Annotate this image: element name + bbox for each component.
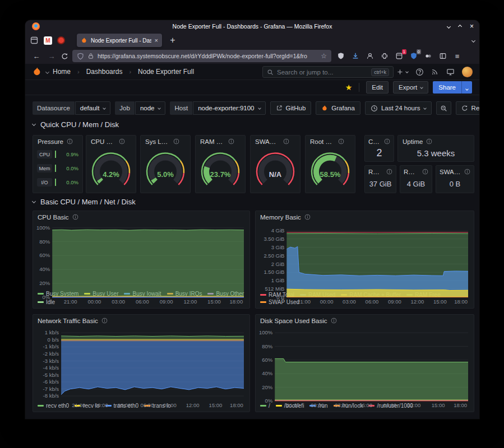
panel-rootfs-total: RootFS Total 37 GiB (364, 165, 396, 193)
info-icon[interactable] (228, 138, 234, 144)
pinned-tab-gmail-icon[interactable]: M (44, 36, 52, 45)
svg-text:15:00: 15:00 (433, 298, 447, 305)
info-icon[interactable] (422, 169, 428, 175)
svg-text:-5 kb/s: -5 kb/s (43, 372, 59, 378)
svg-text:58.5%: 58.5% (320, 170, 341, 179)
tab-close-icon[interactable]: × (155, 37, 158, 44)
forward-button[interactable]: → (46, 50, 57, 62)
info-icon[interactable] (338, 138, 344, 144)
svg-text:21:00: 21:00 (286, 402, 300, 408)
containers-icon[interactable] (423, 51, 433, 62)
info-icon[interactable] (72, 214, 78, 220)
kiosk-mode-icon[interactable] (446, 68, 455, 76)
https-lock-icon[interactable] (87, 53, 94, 59)
sidebar-icon[interactable] (437, 51, 448, 62)
network-traffic-chart[interactable]: 1 kb/s0 b/s-1 kb/s-2 kb/s-3 kb/s-4 kb/s-… (35, 326, 247, 402)
info-icon[interactable] (386, 169, 392, 175)
svg-text:3 GiB: 3 GiB (271, 244, 285, 250)
breadcrumb-dashboards[interactable]: Dashboards (86, 68, 123, 76)
info-icon[interactable] (119, 138, 125, 144)
svg-text:N/A: N/A (269, 170, 282, 179)
info-icon[interactable] (173, 138, 179, 144)
job-select[interactable]: node (135, 101, 166, 115)
breadcrumb-home[interactable]: Home (53, 68, 71, 76)
downloads-icon[interactable] (350, 51, 360, 62)
zoom-out-icon (440, 105, 447, 112)
back-button[interactable]: ← (31, 50, 42, 62)
svg-text:40%: 40% (39, 266, 50, 272)
info-icon[interactable] (384, 138, 390, 144)
pressure-bar (55, 165, 59, 172)
export-button[interactable]: Export (393, 81, 428, 94)
panel-cpu-busy: CPU Busy 4.2% (86, 135, 136, 193)
url-bar[interactable]: https://grafana.systemsobscure.net/d/rYd… (72, 50, 331, 62)
menu-icon[interactable]: ≡ (452, 51, 463, 62)
info-icon[interactable] (101, 318, 108, 324)
pressure-bar (55, 179, 59, 186)
section-basic-cpu-mem-net-disk[interactable]: Basic CPU / Mem / Net / Disk (33, 198, 136, 206)
svg-text:-2 kb/s: -2 kb/s (43, 351, 59, 357)
info-icon[interactable] (304, 214, 311, 220)
active-tab[interactable]: Node Exporter Full - Dashbo × (77, 34, 162, 47)
svg-text:0 B: 0 B (276, 294, 284, 300)
search-input[interactable]: Search or jump to... ctrl+k (262, 66, 394, 78)
info-icon[interactable] (331, 318, 337, 324)
maximize-button[interactable] (458, 24, 462, 28)
grafana-logo-icon[interactable] (32, 67, 42, 77)
user-avatar[interactable] (462, 67, 473, 77)
info-icon[interactable] (426, 138, 432, 144)
favorite-star-icon[interactable]: ★ (345, 83, 353, 91)
share-button[interactable]: Share (433, 81, 472, 94)
pinned-tab-app-icon[interactable] (57, 36, 65, 44)
panel-root-fs-used: Root FS Used 58.5% (305, 135, 355, 193)
info-icon[interactable] (283, 138, 289, 144)
info-icon[interactable] (67, 138, 73, 144)
help-icon[interactable] (415, 68, 424, 76)
permissions-shield-icon[interactable] (335, 51, 346, 62)
host-select[interactable]: node-exporter:9100 (193, 101, 265, 115)
minimize-button[interactable] (447, 24, 451, 28)
time-range-picker[interactable]: Last 24 hours (365, 101, 432, 115)
panel-title: RootFS Total (368, 169, 383, 175)
panel-cpu-cores: CPU Cores 2 (364, 135, 394, 162)
svg-text:15:00: 15:00 (207, 298, 221, 305)
svg-text:09:00: 09:00 (160, 298, 173, 305)
svg-text:00:00: 00:00 (88, 298, 101, 305)
external-link-icon (276, 105, 283, 111)
info-icon[interactable] (464, 169, 470, 175)
disk-space-chart[interactable]: 0%20%40%60%80%100%21:0000:0003:0006:0009… (258, 326, 471, 402)
svg-text:21:00: 21:00 (297, 298, 311, 305)
list-tabs-icon[interactable] (471, 38, 475, 42)
svg-text:03:00: 03:00 (112, 298, 125, 305)
new-tab-button[interactable]: + (167, 35, 178, 46)
bookmark-star-icon[interactable]: ☆ (321, 52, 327, 60)
ublock-shield-icon[interactable]: 0 (408, 51, 419, 62)
account-icon[interactable] (364, 51, 375, 62)
close-window-button[interactable]: × (470, 23, 474, 30)
refresh-button[interactable]: Refresh (456, 101, 479, 115)
tracking-shield-icon[interactable] (77, 53, 84, 60)
memory-basic-chart[interactable]: 0 B512 MiB1 GiB1.50 GiB2 GiB2.50 GiB3 Gi… (258, 223, 471, 291)
news-icon[interactable] (431, 68, 439, 76)
edit-button[interactable]: Edit (366, 81, 389, 94)
section-quick-cpu-mem-disk[interactable]: Quick CPU / Mem / Disk (33, 120, 119, 129)
zoom-out-button[interactable] (436, 101, 451, 115)
cpu-basic-chart[interactable]: 0%20%40%60%80%100%21:0000:0003:0006:0009… (35, 223, 247, 290)
svg-text:06:00: 06:00 (366, 298, 379, 305)
firefox-view-icon[interactable] (30, 36, 39, 45)
panel-swap-total: SWAP Total 0 B (436, 165, 474, 193)
panel-title: RAM Used (200, 138, 225, 145)
pressure-label: CPU (37, 150, 52, 158)
stat-value: 5.3 weeks (398, 147, 474, 161)
extensions-icon[interactable] (379, 51, 390, 62)
firefox-window: Node Exporter Full - Dashboards - Grafan… (25, 20, 479, 419)
github-link-button[interactable]: GitHub (270, 101, 312, 115)
org-chevron-icon[interactable] (45, 69, 49, 73)
reload-button[interactable] (61, 53, 68, 60)
extension-badge-icon[interactable]: 1 (394, 51, 404, 62)
datasource-select[interactable]: default (75, 101, 111, 115)
svg-text:18:00: 18:00 (454, 402, 467, 408)
grafana-link-button[interactable]: Grafana (316, 101, 360, 115)
add-new-button[interactable] (396, 68, 408, 76)
panel-cpu-basic: CPU Basic 0%20%40%60%80%100%21:0000:0003… (33, 211, 250, 309)
